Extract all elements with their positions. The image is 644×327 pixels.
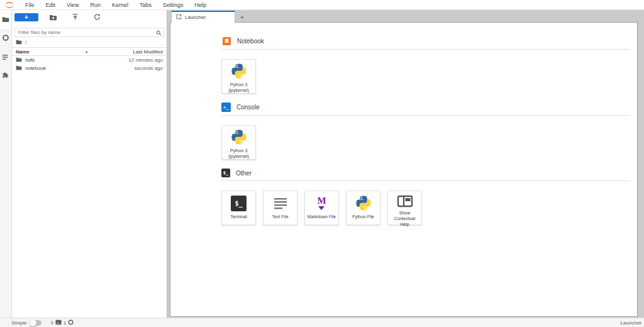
sidebar-tab-table-of-contents[interactable]	[0, 48, 11, 67]
file-row-notebook[interactable]: notebook seconds ago	[12, 64, 167, 72]
console-icon: >_	[221, 103, 231, 112]
launcher-content-panel: Notebook Python 3 (ipykernel) >_ Console	[170, 22, 638, 317]
search-icon	[156, 27, 162, 38]
folder-icon	[2, 14, 9, 25]
card-label: Python File	[351, 214, 375, 219]
terminals-count: 0	[50, 320, 53, 326]
menu-items: File Edit View Run Kernel Tabs Settings …	[19, 0, 212, 9]
card-label: Markdown File	[306, 214, 338, 219]
file-name: hdfs	[25, 57, 35, 63]
extensions-icon	[2, 70, 9, 82]
file-browser-panel: + / Name ▲	[12, 10, 167, 318]
contextual-help-icon	[397, 194, 413, 208]
tab-bar: Launcher +	[167, 10, 644, 23]
menu-settings[interactable]: Settings	[157, 0, 189, 10]
python-logo-icon	[231, 63, 247, 80]
notebook-icon	[221, 36, 231, 46]
card-console-python3[interactable]: Python 3 (ipykernel)	[221, 125, 256, 160]
menu-tabs[interactable]: Tabs	[134, 0, 157, 10]
add-tab-button[interactable]: +	[235, 11, 249, 23]
file-row-hdfs[interactable]: hdfs 12 minutes ago	[12, 56, 167, 64]
breadcrumb-root[interactable]: /	[25, 40, 26, 45]
folder-icon	[16, 57, 22, 64]
menu-kernel[interactable]: Kernel	[106, 0, 134, 10]
sidebar-tab-running-sessions[interactable]	[0, 29, 11, 48]
breadcrumb: /	[12, 37, 167, 47]
home-folder-icon[interactable]	[16, 39, 22, 46]
left-sidebar-strip	[0, 10, 12, 318]
card-row-notebook: Python 3 (ipykernel)	[221, 59, 630, 94]
section-header-notebook: Notebook	[221, 36, 630, 50]
tab-label: Launcher	[185, 14, 206, 20]
card-label: Text File	[270, 214, 289, 219]
text-file-icon	[273, 194, 288, 212]
card-show-contextual-help[interactable]: Show Contextual Help	[387, 191, 422, 225]
card-row-console: Python 3 (ipykernel)	[221, 125, 630, 160]
section-header-console: >_ Console	[221, 103, 630, 116]
card-label: Show Contextual Help	[388, 210, 421, 227]
card-label: Python 3 (ipykernel)	[222, 82, 255, 93]
card-markdown-file[interactable]: M Markdown File	[304, 191, 339, 225]
menu-file[interactable]: File	[19, 0, 40, 10]
kernel-status-icon	[68, 319, 74, 326]
jupyter-logo-icon	[3, 1, 16, 9]
sidebar-tab-extensions[interactable]	[0, 67, 11, 86]
sidebar-tab-file-browser[interactable]	[0, 10, 11, 29]
section-header-other: $_ Other	[221, 169, 630, 181]
new-folder-icon[interactable]	[45, 14, 60, 21]
file-browser-toolbar: +	[12, 10, 167, 24]
python-logo-icon	[355, 194, 372, 212]
menu-bar: File Edit View Run Kernel Tabs Settings …	[0, 0, 644, 10]
new-launcher-button[interactable]: +	[14, 13, 38, 21]
running-sessions-status[interactable]: 0 1	[50, 319, 74, 326]
menu-run[interactable]: Run	[84, 0, 106, 10]
status-bar: Simple 0 1 Launcher	[0, 318, 644, 327]
launcher-section-notebook: Notebook Python 3 (ipykernel)	[221, 36, 630, 94]
card-python-file[interactable]: Python File	[346, 191, 380, 225]
kernels-count: 1	[64, 320, 66, 326]
launcher-section-console: >_ Console Python 3 (ipykernel)	[221, 103, 630, 160]
markdown-icon: M	[317, 194, 326, 212]
card-text-file[interactable]: Text File	[263, 191, 297, 225]
folder-icon	[16, 65, 22, 72]
filter-files-field	[14, 25, 164, 37]
launcher-section-other: $_ Other $_ Terminal	[221, 169, 630, 225]
upload-icon[interactable]	[67, 13, 82, 21]
column-name[interactable]: Name	[16, 49, 30, 55]
file-modified: seconds ago	[135, 65, 163, 71]
section-title: Console	[236, 104, 260, 111]
launcher-icon	[176, 14, 182, 21]
terminal-icon: $_	[221, 169, 230, 177]
simple-mode-label: Simple	[11, 320, 26, 326]
current-activity-label: Launcher	[621, 320, 641, 326]
simple-mode-toggle[interactable]	[30, 320, 42, 326]
column-last-modified[interactable]: Last Modified	[133, 49, 163, 55]
toggle-knob	[30, 319, 36, 326]
tab-launcher[interactable]: Launcher	[171, 11, 235, 23]
refresh-icon[interactable]	[89, 13, 104, 21]
python-logo-icon	[231, 129, 247, 146]
card-row-other: $_ Terminal	[221, 191, 630, 225]
file-name: notebook	[25, 65, 46, 71]
running-sessions-icon	[2, 33, 9, 44]
card-terminal[interactable]: $_ Terminal	[221, 191, 256, 225]
card-label: Python 3 (ipykernel)	[222, 148, 255, 159]
card-label: Terminal	[229, 214, 248, 219]
section-title: Other	[236, 170, 252, 177]
section-title: Notebook	[237, 38, 264, 45]
launcher: Notebook Python 3 (ipykernel) >_ Console	[170, 23, 637, 225]
sort-arrow-icon: ▲	[85, 50, 89, 53]
terminal-card-icon-wrap: $_	[231, 194, 247, 212]
terminal-status-icon	[55, 319, 62, 326]
menu-help[interactable]: Help	[189, 0, 212, 10]
terminal-icon: $_	[231, 196, 247, 211]
listing-header[interactable]: Name ▲ Last Modified	[12, 47, 167, 56]
main-dock-area: Launcher + Notebook	[167, 10, 644, 318]
filter-files-input[interactable]	[14, 28, 164, 37]
card-notebook-python3[interactable]: Python 3 (ipykernel)	[221, 59, 256, 94]
table-of-contents-icon	[2, 52, 9, 63]
file-modified: 12 minutes ago	[128, 57, 163, 63]
menu-edit[interactable]: Edit	[40, 0, 62, 10]
menu-view[interactable]: View	[61, 0, 84, 10]
